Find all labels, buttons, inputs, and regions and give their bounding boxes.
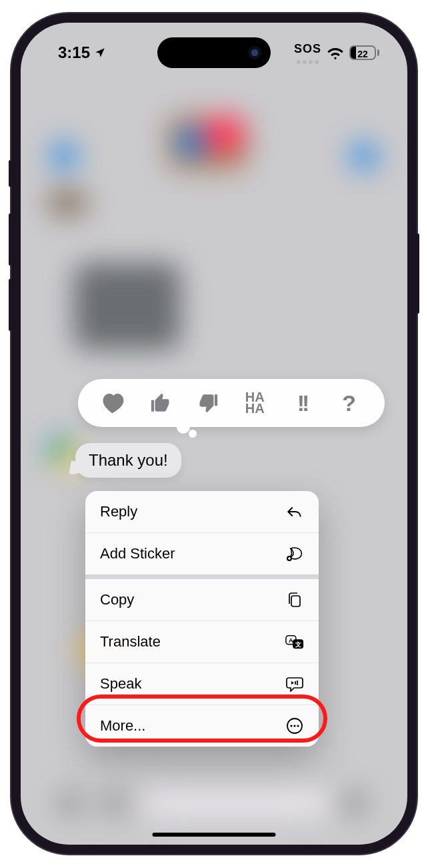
translate-icon: A 文: [285, 632, 304, 651]
menu-item-copy[interactable]: Copy: [85, 579, 319, 620]
menu-item-more[interactable]: More...: [85, 705, 319, 747]
menu-item-translate[interactable]: Translate A 文: [85, 620, 319, 663]
front-camera: [248, 46, 261, 59]
tapback-exclaim-button[interactable]: !!: [288, 389, 316, 417]
reply-arrow-icon: [285, 502, 304, 521]
menu-label: Add Sticker: [100, 545, 175, 562]
power-button: [417, 234, 419, 314]
status-time: 3:15: [58, 43, 90, 62]
svg-text:A: A: [289, 637, 293, 644]
menu-item-add-sticker[interactable]: Add Sticker: [85, 532, 319, 574]
selected-message-bubble[interactable]: Thank you!: [75, 443, 181, 478]
wifi-icon: [327, 46, 344, 59]
home-indicator[interactable]: [153, 833, 276, 837]
message-text: Thank you!: [89, 451, 168, 469]
tapback-thumbs-up-button[interactable]: [147, 389, 175, 417]
signal-dots-icon: [297, 60, 319, 64]
volume-up-button: [9, 213, 11, 266]
svg-point-8: [293, 725, 295, 727]
copy-icon: [285, 590, 304, 609]
tapback-heart-button[interactable]: [99, 389, 127, 417]
menu-label: Speak: [100, 675, 141, 693]
volume-down-button: [9, 279, 11, 331]
iphone-frame: 3:15 SOS 22: [11, 13, 417, 854]
screen: 3:15 SOS 22: [21, 23, 407, 845]
haha-label: HA HA: [245, 392, 265, 414]
svg-point-9: [297, 725, 299, 727]
context-menu: Reply Add Sticker Copy: [85, 491, 319, 747]
location-icon: [94, 47, 106, 59]
tapback-thumbs-down-button[interactable]: [194, 389, 222, 417]
svg-rect-1: [291, 596, 300, 606]
sticker-peel-icon: [285, 544, 304, 563]
tapback-bar: HA HA !! ?: [78, 379, 385, 427]
question-label: ?: [342, 390, 356, 416]
menu-label: Copy: [100, 591, 134, 608]
speak-bubble-icon: [285, 675, 304, 693]
dynamic-island: [157, 37, 271, 68]
menu-item-speak[interactable]: Speak: [85, 663, 319, 705]
menu-label: Translate: [100, 633, 161, 650]
svg-text:文: 文: [295, 641, 301, 648]
more-ellipsis-icon: [285, 717, 304, 735]
tapback-question-button[interactable]: ?: [335, 389, 363, 417]
tapback-haha-button[interactable]: HA HA: [241, 389, 269, 417]
menu-label: Reply: [100, 503, 137, 520]
battery-percent: 22: [351, 47, 375, 60]
exclaim-label: !!: [297, 390, 307, 416]
menu-item-reply[interactable]: Reply: [85, 491, 319, 532]
menu-separator: [85, 574, 319, 579]
svg-point-7: [290, 725, 292, 727]
silence-switch: [9, 160, 11, 187]
sos-label: SOS: [294, 42, 321, 56]
battery-icon: 22: [349, 45, 379, 60]
menu-label: More...: [100, 717, 145, 735]
